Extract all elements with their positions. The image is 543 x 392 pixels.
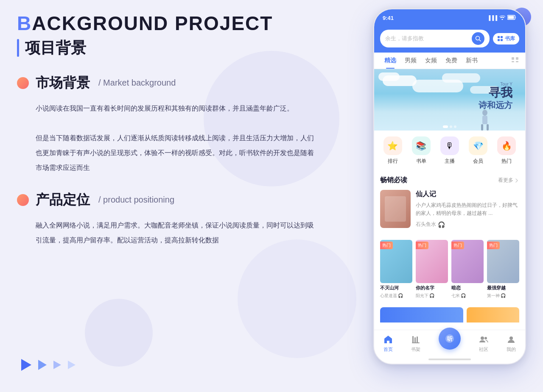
svg-rect-11: [516, 61, 518, 62]
nav-tab-free[interactable]: 免费: [441, 53, 462, 69]
nav-tabs: 精选 男频 女频 免费 新书: [374, 53, 525, 69]
nav-tab-female[interactable]: 女频: [421, 53, 441, 69]
grid-book-4[interactable]: 热门 最强穿越 第一神 🎧: [487, 240, 519, 298]
icon-broadcaster[interactable]: 🎙 主播: [440, 136, 459, 165]
play-buttons-group: [21, 359, 76, 371]
nav-profile[interactable]: 我的: [506, 334, 516, 353]
hero-banner[interactable]: Tour Y 寻我 诗和远方: [374, 69, 525, 131]
cloud-2: [378, 72, 400, 81]
play-button-4[interactable]: [68, 361, 76, 369]
bestseller-section: 畅销必读 看更多 仙人记 小户人家鸡毛蒜皮热热闹闹的过日子，好脾气的家人，精明的…: [374, 171, 525, 233]
icon-hot[interactable]: 🔥 热门: [497, 136, 516, 165]
play-button-2[interactable]: [38, 360, 47, 370]
grid-book-3[interactable]: 热门 暗恋 七米 🎧: [451, 240, 484, 298]
home-indicator: [428, 359, 471, 360]
book-grid: 热门 不灭山河 心星道遥 🎧 热门 你的名字 阳光下 🎧 热门 暗恋 七米 🎧 …: [374, 236, 525, 303]
featured-book-desc: 小户人家鸡毛蒜皮热热闹闹的过日子，好脾气的家人，精明的母亲，越过越有 ...: [416, 201, 519, 217]
banner-character: [479, 109, 491, 131]
main-title-chinese: 项目背景: [25, 38, 86, 58]
hot-icon: 🔥: [497, 136, 516, 155]
play-button-1[interactable]: [21, 359, 31, 371]
left-content-panel: BACKGROUND PROJECT 项目背景 市场背景 / Market ba…: [17, 13, 314, 263]
hot-badge-4: 热门: [487, 242, 500, 249]
main-title-zh-wrap: 项目背景: [17, 38, 314, 58]
bookshelf-icon: [411, 334, 421, 345]
search-box[interactable]: 余生，请多指教: [380, 30, 490, 47]
hot-badge-1: 热门: [380, 242, 393, 249]
status-bar: 9:41 ▐▐▐: [374, 9, 525, 26]
bestseller-header: 畅销必读 看更多: [380, 176, 519, 185]
nav-home-label: 首页: [383, 346, 393, 353]
home-icon: [383, 334, 393, 345]
icon-vip[interactable]: 💎 会员: [469, 136, 487, 165]
nav-community[interactable]: 社区: [479, 334, 489, 353]
search-submit-button[interactable]: [472, 32, 484, 45]
broadcaster-label: 主播: [445, 158, 455, 165]
banner-text: Tour Y 寻我 诗和远方: [479, 82, 512, 111]
grid-book-1-title: 不灭山河: [380, 285, 412, 291]
grid-book-3-title: 暗恋: [451, 285, 484, 291]
nav-tab-new[interactable]: 新书: [462, 53, 482, 69]
grid-book-4-title: 最强穿越: [487, 285, 519, 291]
svg-rect-19: [412, 342, 420, 343]
hot-label: 热门: [501, 158, 512, 165]
cover-image: [380, 190, 411, 228]
bestseller-title: 畅销必读: [380, 176, 407, 185]
featured-book-title: 仙人记: [416, 190, 519, 199]
section1-dot: [17, 77, 29, 89]
nav-home[interactable]: 首页: [383, 334, 393, 353]
icon-ranking[interactable]: ⭐ 排行: [383, 136, 402, 165]
bg-decoration-circle-3: [85, 299, 153, 367]
title-bar-decoration: [17, 39, 19, 57]
svg-rect-14: [481, 124, 483, 131]
broadcaster-icon: 🎙: [440, 136, 459, 155]
author-name: 石头鱼水: [416, 221, 436, 228]
nav-tab-male[interactable]: 男频: [400, 53, 421, 69]
icon-booklist[interactable]: 📚 书单: [412, 136, 431, 165]
svg-point-22: [481, 336, 484, 340]
section2-header: 产品定位 / product positioning: [17, 191, 314, 209]
featured-book-item[interactable]: 仙人记 小户人家鸡毛蒜皮热热闹闹的过日子，好脾气的家人，精明的母亲，越过越有 .…: [380, 190, 519, 228]
hot-badge-2: 热门: [416, 242, 428, 249]
svg-rect-8: [512, 57, 514, 60]
grid-book-2-cover: 热门: [416, 240, 448, 283]
svg-text:听: 听: [447, 336, 453, 342]
grid-book-2[interactable]: 热门 你的名字 阳光下 🎧: [416, 240, 448, 298]
community-icon: [479, 334, 489, 345]
svg-rect-16: [412, 336, 414, 343]
svg-rect-17: [414, 337, 416, 343]
section2-dot: [17, 194, 29, 206]
bestseller-more[interactable]: 看更多: [498, 177, 519, 184]
nav-center[interactable]: 听: [439, 334, 461, 350]
cloud-4: [442, 73, 480, 83]
grid-book-2-sub: 阳光下 🎧: [416, 293, 448, 299]
grid-book-4-cover: 热门: [487, 240, 519, 283]
nav-tab-more[interactable]: [511, 56, 519, 66]
center-nav-button[interactable]: 听: [439, 328, 461, 350]
section-product-positioning: 产品定位 / product positioning 融入全网网络小说，满足用户…: [17, 191, 314, 247]
promo-banner-blue[interactable]: [380, 307, 463, 322]
search-placeholder: 余生，请多指教: [385, 35, 469, 42]
grid-book-1-sub: 心星道遥 🎧: [380, 293, 412, 299]
wifi-icon: [499, 15, 505, 21]
svg-rect-10: [512, 61, 514, 62]
grid-book-1-cover: 热门: [380, 240, 412, 283]
svg-rect-1: [508, 16, 514, 19]
booklist-icon: 📚: [412, 136, 431, 155]
hot-badge-3: 热门: [451, 242, 464, 249]
nav-bookshelf[interactable]: 书架: [411, 334, 421, 353]
play-button-3[interactable]: [53, 361, 61, 369]
banner-main-title: 寻我: [479, 86, 512, 100]
promo-banner-orange[interactable]: [467, 307, 519, 322]
cover-placeholder: [385, 196, 406, 222]
section2-title-zh: 产品定位: [36, 191, 90, 209]
grid-book-3-sub: 七米 🎧: [451, 293, 484, 299]
grid-book-1[interactable]: 热门 不灭山河 心星道遥 🎧: [380, 240, 412, 298]
library-button[interactable]: 书库: [493, 33, 519, 44]
nav-tab-featured[interactable]: 精选: [380, 53, 400, 69]
status-time: 9:41: [383, 15, 394, 21]
signal-icon: ▐▐▐: [487, 15, 497, 20]
audio-mini-4: 🎧: [501, 293, 506, 298]
library-label: 书库: [505, 35, 515, 42]
section2-paragraph: 融入全网网络小说，满足用户需求。大咖配音老师坐镇，保证小说阅读质量，同时可以达到…: [36, 218, 314, 247]
